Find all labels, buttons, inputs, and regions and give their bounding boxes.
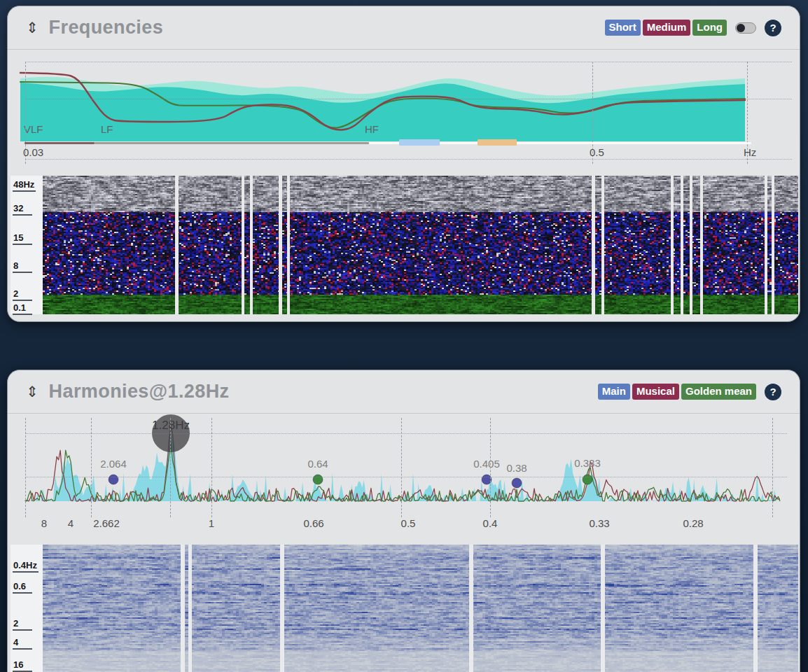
horizontal-gridline xyxy=(25,159,792,160)
frequencies-title: Frequencies xyxy=(49,17,163,38)
x-axis-label: 8 xyxy=(41,517,47,529)
spectrogram-axis-label: 2 xyxy=(13,617,32,631)
vertical-gridline xyxy=(401,418,402,517)
harmonics-spectrogram: 0.4Hz0.62416 xyxy=(11,545,798,672)
orange-event-marker xyxy=(478,139,517,146)
horizontal-gridline xyxy=(25,477,787,477)
harmonies-controls: Main Musical Golden mean ? xyxy=(598,384,781,400)
harmonic-peak-label: 0.38 xyxy=(506,462,527,474)
x-axis-label: 0.66 xyxy=(303,517,323,529)
spectrogram-axis-label: 0.6 xyxy=(13,580,32,594)
vertical-gridline xyxy=(772,418,773,517)
spectrogram-axis-label: 16 xyxy=(13,658,32,672)
horizontal-gridline xyxy=(25,433,787,434)
spectrogram-axis-value: 2 xyxy=(13,618,32,631)
harmonic-peak-marker[interactable] xyxy=(512,478,522,488)
harmonics-spectrogram-axis: 0.4Hz0.62416 xyxy=(11,545,43,672)
vertical-gridline xyxy=(25,418,26,517)
harmonic-peak-label: 2.064 xyxy=(100,458,127,470)
harmonics-chart[interactable]: 1.28Hz2.0640.640.4050.380.333 842.66210.… xyxy=(8,414,800,535)
harmonics-spectrogram-canvas[interactable] xyxy=(43,545,798,672)
x-axis-label: Hz xyxy=(744,146,756,158)
x-axis-label: 4 xyxy=(68,517,74,529)
spectrogram-axis-value: 0.4Hz xyxy=(13,560,39,573)
harmonies-title: Harmonies@1.28Hz xyxy=(49,381,230,402)
x-axis-label: 0.5 xyxy=(401,517,416,529)
horizontal-gridline xyxy=(25,99,792,99)
spectrogram-axis-label: 8 xyxy=(13,259,32,273)
toggle-knob-icon xyxy=(737,24,745,32)
spectrogram-axis-value: 8 xyxy=(13,260,32,273)
long-term-button[interactable]: Long xyxy=(692,20,727,36)
musical-mode-button[interactable]: Musical xyxy=(632,384,679,400)
harmonic-peak-label: 0.64 xyxy=(307,458,328,470)
blue-event-marker xyxy=(399,139,440,146)
vlf-extent-bar xyxy=(25,142,95,144)
selected-harmonic-label: 1.28Hz xyxy=(152,419,190,432)
spectrogram-axis-value: 16 xyxy=(13,659,32,672)
harmonic-peak-label: 0.405 xyxy=(473,458,500,470)
spectrogram-axis-label: 0.1 xyxy=(13,301,32,315)
spectrogram-axis-value: 32 xyxy=(13,203,32,216)
spectrogram-axis-value: 48Hz xyxy=(13,179,36,192)
band-label-vlf: VLF xyxy=(24,123,43,135)
harmonic-peak-label: 0.333 xyxy=(574,457,601,469)
spectrogram-axis-value: 15 xyxy=(13,232,32,245)
vertical-gridline xyxy=(91,418,92,517)
collapse-expand-icon[interactable]: ⇕ xyxy=(26,20,39,35)
app-background: { "app": { "background_color": "#16273c"… xyxy=(0,0,808,672)
spectrogram-axis-label: 4 xyxy=(13,636,32,650)
x-axis-label: 0.5 xyxy=(590,146,604,158)
x-axis-label: 1 xyxy=(209,517,214,529)
band-label-hf: HF xyxy=(365,123,379,135)
spectrogram-axis-value: 4 xyxy=(13,637,32,650)
frequency-spectrum-chart[interactable]: VLFLFHF 0.030.5Hz xyxy=(8,50,800,174)
golden-mean-mode-button[interactable]: Golden mean xyxy=(681,384,756,400)
spectrogram-axis-value: 0.6 xyxy=(13,581,32,594)
harmonies-header: ⇕ Harmonies@1.28Hz Main Musical Golden m… xyxy=(8,370,800,414)
vertical-gridline xyxy=(211,418,212,517)
spectrogram-axis-label: 15 xyxy=(13,231,32,245)
frequencies-controls: Short Medium Long ? xyxy=(605,20,782,36)
view-toggle[interactable] xyxy=(735,22,756,34)
x-axis-label: 0.03 xyxy=(23,146,43,158)
harmonies-help-button[interactable]: ? xyxy=(765,384,781,400)
medium-term-button[interactable]: Medium xyxy=(643,20,691,36)
spectrogram-axis-value: 0.1 xyxy=(13,302,32,315)
collapse-expand-icon[interactable]: ⇕ xyxy=(26,384,39,399)
horizontal-gridline xyxy=(25,62,792,62)
band-label-lf: LF xyxy=(101,123,113,135)
vertical-gridline xyxy=(170,418,171,517)
harmonics-plot: 1.28Hz2.0640.640.4050.380.333 xyxy=(20,418,794,509)
frequency-spectrogram-canvas[interactable] xyxy=(43,176,798,314)
short-term-button[interactable]: Short xyxy=(605,20,641,36)
spectrogram-axis-label: 0.4Hz xyxy=(13,559,39,573)
x-axis-label: 0.33 xyxy=(589,517,609,529)
frequencies-header: ⇕ Frequencies Short Medium Long ? xyxy=(8,6,800,50)
frequency-spectrogram-axis: 48Hz3215820.1 xyxy=(11,176,43,314)
series-main xyxy=(25,426,780,501)
x-axis-label: 2.662 xyxy=(93,517,120,529)
x-axis-label: 0.4 xyxy=(483,517,498,529)
frequencies-panel: ⇕ Frequencies Short Medium Long ? VLFLFH… xyxy=(7,6,800,322)
spectrogram-axis-label: 32 xyxy=(13,202,32,216)
spectrogram-axis-label: 48Hz xyxy=(13,178,36,192)
frequency-spectrum-plot: VLFLFHF xyxy=(20,66,755,141)
x-axis-label: 0.28 xyxy=(683,517,703,529)
spectrogram-axis-value: 2 xyxy=(13,288,32,301)
lf-extent-bar xyxy=(95,142,369,144)
main-mode-button[interactable]: Main xyxy=(598,384,630,400)
harmonies-panel: ⇕ Harmonies@1.28Hz Main Musical Golden m… xyxy=(7,370,800,672)
spectrogram-axis-label: 2 xyxy=(13,287,32,301)
frequency-spectrogram: 48Hz3215820.1 xyxy=(11,176,798,314)
frequencies-help-button[interactable]: ? xyxy=(765,20,781,36)
vertical-gridline xyxy=(490,418,491,517)
